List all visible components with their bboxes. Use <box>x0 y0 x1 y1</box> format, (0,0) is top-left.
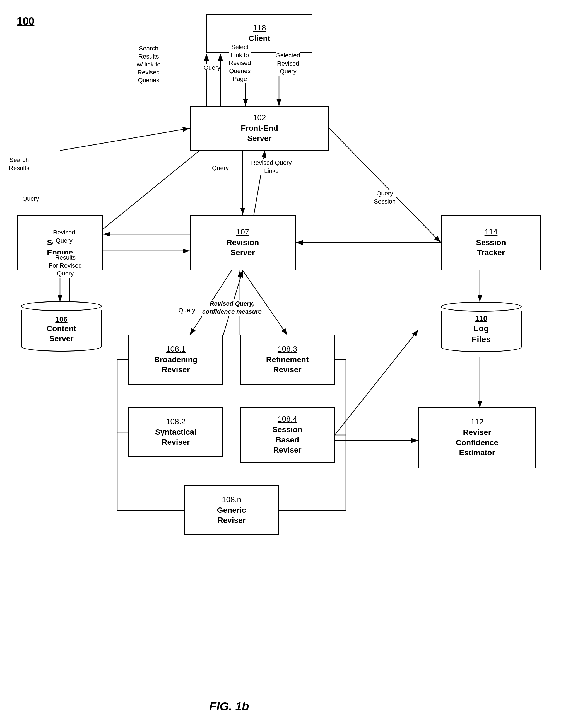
generic-reviser-box: 108.n GenericReviser <box>184 485 279 535</box>
reviser-confidence-id: 112 <box>471 417 484 426</box>
refinement-reviser-box: 108.3 RefinementReviser <box>240 335 335 385</box>
selected-revised-label: SelectedRevisedQuery <box>276 52 300 76</box>
diagram: 100 118 Client SearchResultsw/ link toRe… <box>0 0 580 728</box>
query-left-label: Query <box>22 195 39 202</box>
broadening-id: 108.1 <box>166 345 185 354</box>
select-link-label: SelectLink toRevisedQueriesPage <box>229 43 251 83</box>
syntactical-reviser-box: 108.2 SyntacticalReviser <box>128 407 223 457</box>
query-to-revision-label: Query <box>212 164 229 172</box>
revision-server-box: 107 RevisionServer <box>190 215 296 270</box>
frontend-label: Front-EndServer <box>241 123 278 144</box>
svg-line-32 <box>335 330 419 435</box>
client-label: Client <box>249 33 270 44</box>
refinement-label: RefinementReviser <box>266 355 308 375</box>
client-box: 118 Client <box>206 14 312 53</box>
search-results-label: SearchResultsw/ link toRevisedQueries <box>137 45 161 84</box>
revised-query-links-label: Revised QueryLinks <box>251 159 292 175</box>
results-for-revised-label: ResultsFor RevisedQuery <box>49 254 82 278</box>
client-id: 118 <box>253 23 266 32</box>
search-results-left-label: SearchResults <box>9 156 29 172</box>
log-files-cylinder: 110 LogFiles <box>441 302 522 347</box>
query-session-label: QuerySession <box>374 190 396 206</box>
reviser-confidence-box: 112 ReviserConfidenceEstimator <box>419 407 536 468</box>
query-down-label: Query <box>204 64 220 71</box>
frontend-box: 102 Front-EndServer <box>190 106 329 151</box>
revised-query-confidence-label: Revised Query,confidence measure <box>202 300 262 316</box>
syntactical-id: 108.2 <box>166 417 185 426</box>
diagram-ref: 100 <box>17 15 34 27</box>
revision-server-label: RevisionServer <box>227 238 259 258</box>
broadening-label: BroadeningReviser <box>154 355 198 375</box>
session-tracker-label: SessionTracker <box>476 238 506 258</box>
syntactical-label: SyntacticalReviser <box>155 427 196 447</box>
refinement-id: 108.3 <box>278 345 297 354</box>
broadening-reviser-box: 108.1 BroadeningReviser <box>128 335 223 385</box>
svg-line-6 <box>60 128 190 151</box>
generic-id: 108.n <box>222 495 241 504</box>
session-based-label: SessionBasedReviser <box>272 425 302 455</box>
session-tracker-box: 114 SessionTracker <box>441 215 541 270</box>
query-to-revisers-label: Query <box>179 307 195 314</box>
svg-line-8 <box>86 151 200 242</box>
fig-caption: FIG. 1b <box>209 700 249 713</box>
generic-label: GenericReviser <box>217 505 246 526</box>
revision-server-id: 107 <box>236 228 249 236</box>
session-based-reviser-box: 108.4 SessionBasedReviser <box>240 407 335 463</box>
content-server-cylinder: 106 ContentServer <box>21 301 102 346</box>
frontend-id: 102 <box>253 113 266 122</box>
reviser-confidence-label: ReviserConfidenceEstimator <box>456 427 498 458</box>
svg-line-7 <box>329 128 441 242</box>
revised-query-to-search-label: RevisedQuery <box>53 229 75 244</box>
session-tracker-id: 114 <box>485 228 498 236</box>
session-based-id: 108.4 <box>278 415 297 423</box>
